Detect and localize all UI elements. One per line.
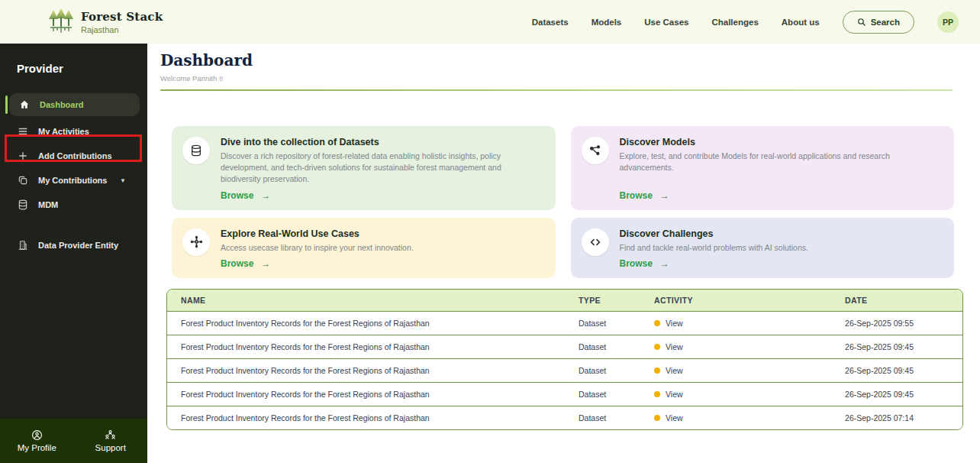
- arrow-right-icon: →: [261, 190, 270, 201]
- browse-label: Browse: [620, 258, 653, 269]
- browse-label: Browse: [221, 258, 253, 269]
- card-description: Explore, test, and contribute Models for…: [620, 151, 941, 173]
- my-profile-label: My Profile: [18, 443, 56, 452]
- copy-icon: [17, 175, 28, 186]
- card-description: Access usecase library to inspire your n…: [221, 242, 542, 254]
- support-label: Support: [95, 443, 126, 452]
- move-icon: [182, 228, 210, 256]
- network-icon: [582, 137, 609, 164]
- table-row[interactable]: Forest Product Inventory Records for the…: [167, 358, 962, 382]
- sidebar-menu: Dashboard My Activities Add Contribution…: [0, 93, 147, 257]
- card-title: Explore Real-World Use Cases: [221, 228, 542, 239]
- browse-datasets-link[interactable]: Browse →: [221, 190, 542, 201]
- sidebar-item-data-provider-entity[interactable]: Data Provider Entity: [0, 233, 147, 257]
- cell-type: Dataset: [565, 358, 640, 382]
- avatar[interactable]: PP: [937, 11, 959, 33]
- arrow-right-icon: →: [660, 190, 669, 201]
- sidebar-item-label: My Contributions: [38, 176, 107, 185]
- browse-models-link[interactable]: Browse →: [620, 190, 941, 201]
- table-row[interactable]: Forest Product Inventory Records for the…: [167, 311, 962, 335]
- building-icon: [17, 240, 28, 251]
- welcome-text: Welcome Parinith !!: [160, 74, 953, 83]
- cell-type: Dataset: [565, 382, 640, 406]
- nav-models[interactable]: Models: [592, 18, 622, 27]
- card-use-cases: Explore Real-World Use Cases Access usec…: [172, 218, 556, 278]
- browse-challenges-link[interactable]: Browse →: [620, 258, 941, 269]
- activity-status: View: [654, 390, 817, 399]
- activity-label: View: [666, 319, 683, 328]
- table-row[interactable]: Forest Product Inventory Records for the…: [167, 382, 962, 406]
- sidebar-item-label: MDM: [38, 200, 58, 209]
- cell-name: Forest Product Inventory Records for the…: [167, 311, 565, 335]
- activity-label: View: [666, 366, 683, 375]
- activity-label: View: [666, 390, 683, 399]
- nav-datasets[interactable]: Datasets: [532, 18, 569, 27]
- card-challenges: Discover Challenges Find and tackle real…: [571, 218, 955, 278]
- cell-date: 26-Sep-2025 09:45: [831, 358, 962, 382]
- forest-stack-logo-icon: [47, 7, 75, 37]
- column-header-activity: ACTIVITY: [640, 290, 831, 312]
- card-description: Find and tackle real-world problems with…: [620, 242, 941, 254]
- status-dot-icon: [654, 391, 660, 397]
- search-button[interactable]: Search: [843, 11, 914, 34]
- browse-label: Browse: [221, 190, 253, 201]
- search-icon: [857, 18, 866, 27]
- sidebar-item-my-activities[interactable]: My Activities: [0, 119, 147, 144]
- cell-name: Forest Product Inventory Records for the…: [167, 406, 565, 429]
- cell-date: 26-Sep-2025 09:55: [831, 311, 962, 335]
- column-header-name: NAME: [167, 290, 565, 312]
- page: Forest Stack Rajasthan Datasets Models U…: [0, 0, 980, 463]
- main-content: Dashboard Welcome Parinith !! Dive into …: [147, 44, 980, 463]
- sidebar-item-label: My Activities: [38, 127, 89, 136]
- sidebar-item-label: Add Contributions: [38, 151, 112, 160]
- cell-name: Forest Product Inventory Records for the…: [167, 335, 565, 358]
- browse-use-cases-link[interactable]: Browse →: [221, 258, 542, 269]
- nav-challenges[interactable]: Challenges: [711, 18, 758, 27]
- sidebar-item-dashboard[interactable]: Dashboard: [9, 93, 140, 116]
- card-datasets: Dive into the collection of Datasets Dis…: [172, 126, 556, 210]
- sidebar-item-mdm[interactable]: MDM: [0, 193, 147, 217]
- arrow-right-icon: →: [261, 258, 270, 269]
- chevron-down-icon: ▼: [120, 177, 126, 184]
- column-header-date: DATE: [831, 290, 962, 312]
- sidebar-item-add-contributions[interactable]: Add Contributions: [0, 144, 147, 168]
- sidebar-item-label: Data Provider Entity: [38, 241, 118, 250]
- card-models: Discover Models Explore, test, and contr…: [571, 126, 955, 210]
- column-header-type: TYPE: [565, 290, 640, 312]
- table-header-row: NAME TYPE ACTIVITY DATE: [167, 290, 962, 312]
- cell-date: 26-Sep-2025 07:14: [831, 406, 962, 429]
- support-button[interactable]: Support: [74, 429, 148, 452]
- cell-type: Dataset: [565, 335, 640, 358]
- activity-status: View: [654, 342, 817, 351]
- status-dot-icon: [654, 344, 660, 350]
- cell-date: 26-Sep-2025 09:45: [831, 382, 962, 406]
- home-icon: [18, 99, 30, 111]
- card-title: Discover Models: [620, 137, 941, 147]
- card-title: Dive into the collection of Datasets: [221, 137, 542, 147]
- brand-title: Forest Stack: [81, 10, 163, 24]
- plus-icon: [17, 151, 28, 162]
- activity-status: View: [654, 366, 817, 375]
- database-icon: [182, 137, 210, 164]
- brand-logo[interactable]: Forest Stack Rajasthan: [47, 7, 163, 37]
- activity-status: View: [654, 319, 817, 328]
- sidebar: Provider Dashboard My Activities: [0, 44, 147, 463]
- cell-date: 26-Sep-2025 09:45: [831, 335, 962, 358]
- card-description: Discover a rich repository of forest-rel…: [221, 151, 542, 186]
- table-row[interactable]: Forest Product Inventory Records for the…: [167, 406, 962, 429]
- sidebar-item-label: Dashboard: [40, 100, 83, 109]
- brand-subtitle: Rajasthan: [81, 25, 163, 34]
- table-row[interactable]: Forest Product Inventory Records for the…: [167, 335, 962, 358]
- nav-about-us[interactable]: About us: [782, 18, 820, 27]
- card-title: Discover Challenges: [620, 228, 941, 239]
- cell-name: Forest Product Inventory Records for the…: [167, 382, 565, 406]
- sidebar-footer: My Profile Support: [0, 419, 147, 463]
- support-icon: [105, 429, 116, 441]
- sidebar-item-my-contributions[interactable]: My Contributions ▼: [0, 168, 147, 193]
- list-icon: [17, 126, 28, 138]
- arrow-right-icon: →: [660, 258, 669, 269]
- my-profile-button[interactable]: My Profile: [0, 429, 74, 452]
- page-title: Dashboard: [160, 51, 953, 70]
- activity-status: View: [654, 413, 817, 423]
- nav-use-cases[interactable]: Use Cases: [644, 18, 688, 27]
